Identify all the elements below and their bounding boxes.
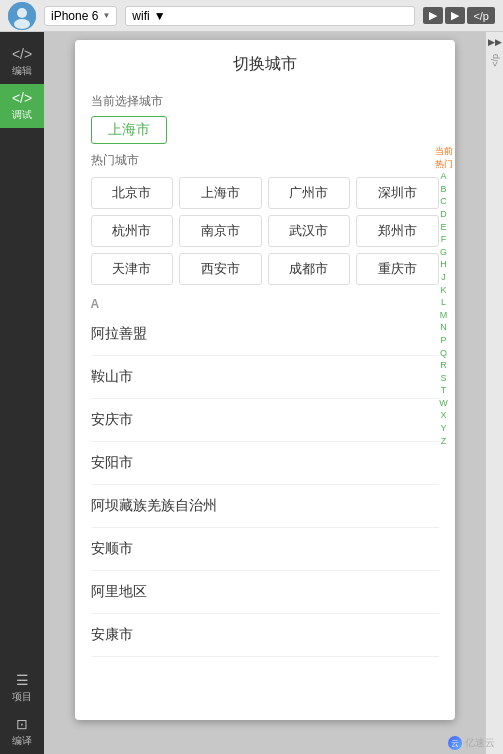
- alpha-index-item[interactable]: L: [441, 296, 446, 309]
- alpha-hot-label[interactable]: 热门: [435, 158, 453, 171]
- debug-icon: </>: [12, 90, 32, 106]
- alpha-index-item[interactable]: T: [441, 384, 447, 397]
- page-content[interactable]: 当前选择城市 上海市 热门城市 北京市上海市广州市深圳市杭州市南京市武汉市郑州市…: [75, 85, 455, 720]
- hot-city-button[interactable]: 杭州市: [91, 215, 174, 247]
- avatar: [8, 2, 36, 30]
- hot-city-button[interactable]: 武汉市: [268, 215, 351, 247]
- device-arrow-icon: ▼: [102, 11, 110, 20]
- device-label: iPhone 6: [51, 9, 98, 23]
- alpha-current-label[interactable]: 当前: [435, 145, 453, 158]
- right-panel-expand-icon[interactable]: ▶▶: [487, 36, 503, 48]
- city-list-item[interactable]: 阿里地区: [91, 571, 439, 614]
- alpha-index-item[interactable]: S: [440, 372, 446, 385]
- wifi-arrow-icon: ▼: [154, 9, 166, 23]
- project-icon: ☰: [12, 672, 32, 688]
- alpha-index: 当前 热门 ABCDEFGHJKLMNPQRSTWXYZ: [435, 145, 453, 447]
- alpha-index-item[interactable]: K: [440, 284, 446, 297]
- sidebar-label-compile: 编译: [12, 734, 32, 748]
- sidebar-label-editor: 编辑: [12, 64, 32, 78]
- hot-city-button[interactable]: 天津市: [91, 253, 174, 285]
- content-area: 切换城市 当前选择城市 上海市 热门城市 北京市上海市广州市深圳市杭州市南京市武…: [44, 32, 485, 754]
- alpha-index-item[interactable]: B: [440, 183, 446, 196]
- alpha-index-item[interactable]: N: [440, 321, 447, 334]
- phone-frame: 切换城市 当前选择城市 上海市 热门城市 北京市上海市广州市深圳市杭州市南京市武…: [75, 40, 455, 720]
- hot-cities-label: 热门城市: [91, 152, 139, 169]
- sidebar-item-project[interactable]: ☰ 项目: [0, 666, 44, 710]
- selected-city-button[interactable]: 上海市: [91, 116, 167, 144]
- hot-city-button[interactable]: 北京市: [91, 177, 174, 209]
- hot-section-header: 热门城市: [91, 152, 439, 169]
- alpha-index-item[interactable]: X: [440, 409, 446, 422]
- toolbar: iPhone 6 ▼ wifi ▼ ▶ ▶ </p: [0, 0, 503, 32]
- play-button[interactable]: ▶: [423, 7, 443, 24]
- right-panel-label: </p: [490, 54, 500, 67]
- alpha-index-item[interactable]: R: [440, 359, 447, 372]
- device-selector[interactable]: iPhone 6 ▼: [44, 6, 117, 26]
- hot-city-button[interactable]: 重庆市: [356, 253, 439, 285]
- hot-city-grid: 北京市上海市广州市深圳市杭州市南京市武汉市郑州市天津市西安市成都市重庆市: [91, 177, 439, 285]
- alpha-index-item[interactable]: J: [441, 271, 446, 284]
- main-layout: </> 编辑 </> 调试 ☰ 项目 ⊡ 编译 切换城市 当前选择城市 上海市: [0, 32, 503, 754]
- sidebar-item-debug[interactable]: </> 调试: [0, 84, 44, 128]
- tag-button[interactable]: </p: [467, 7, 495, 24]
- hot-city-button[interactable]: 南京市: [179, 215, 262, 247]
- wifi-label: wifi: [132, 9, 149, 23]
- city-list-item[interactable]: 安阳市: [91, 442, 439, 485]
- alpha-index-item[interactable]: Y: [440, 422, 446, 435]
- watermark-icon: 云: [448, 736, 462, 750]
- current-city-label: 当前选择城市: [91, 93, 439, 110]
- right-panel: ▶▶ </p: [485, 32, 503, 754]
- hot-city-button[interactable]: 广州市: [268, 177, 351, 209]
- step-button[interactable]: ▶: [445, 7, 465, 24]
- city-list-item[interactable]: 安康市: [91, 614, 439, 657]
- hot-city-button[interactable]: 上海市: [179, 177, 262, 209]
- city-list-item[interactable]: 安顺市: [91, 528, 439, 571]
- sidebar-item-compile[interactable]: ⊡ 编译: [0, 710, 44, 754]
- alpha-index-item[interactable]: E: [440, 221, 446, 234]
- alpha-index-item[interactable]: G: [440, 246, 447, 259]
- compile-icon: ⊡: [12, 716, 32, 732]
- hot-city-button[interactable]: 西安市: [179, 253, 262, 285]
- city-list-item[interactable]: 阿坝藏族羌族自治州: [91, 485, 439, 528]
- alpha-index-item[interactable]: H: [440, 258, 447, 271]
- alpha-index-item[interactable]: Z: [441, 435, 447, 448]
- wifi-selector[interactable]: wifi ▼: [125, 6, 415, 26]
- city-list-item[interactable]: 阿拉善盟: [91, 313, 439, 356]
- sidebar-label-debug: 调试: [12, 108, 32, 122]
- watermark: 云 亿速云: [448, 736, 495, 750]
- city-list-item[interactable]: 鞍山市: [91, 356, 439, 399]
- sidebar-label-project: 项目: [12, 690, 32, 704]
- alpha-index-item[interactable]: M: [440, 309, 448, 322]
- alpha-index-item[interactable]: W: [439, 397, 448, 410]
- hot-city-button[interactable]: 郑州市: [356, 215, 439, 247]
- left-sidebar: </> 编辑 </> 调试 ☰ 项目 ⊡ 编译: [0, 32, 44, 754]
- page-title: 切换城市: [75, 40, 455, 85]
- city-list-item[interactable]: 安庆市: [91, 399, 439, 442]
- alpha-index-item[interactable]: A: [440, 170, 446, 183]
- alpha-index-item[interactable]: D: [440, 208, 447, 221]
- alpha-index-item[interactable]: F: [441, 233, 447, 246]
- sidebar-item-editor[interactable]: </> 编辑: [0, 40, 44, 84]
- hot-city-button[interactable]: 成都市: [268, 253, 351, 285]
- svg-point-2: [14, 19, 30, 29]
- svg-point-1: [17, 8, 27, 18]
- alpha-index-item[interactable]: P: [440, 334, 446, 347]
- alpha-a-header: A: [91, 293, 439, 313]
- watermark-text: 亿速云: [465, 736, 495, 750]
- hot-city-button[interactable]: 深圳市: [356, 177, 439, 209]
- alpha-section: A 阿拉善盟鞍山市安庆市安阳市阿坝藏族羌族自治州安顺市阿里地区安康市: [91, 293, 439, 657]
- alpha-index-item[interactable]: C: [440, 195, 447, 208]
- alpha-index-item[interactable]: Q: [440, 347, 447, 360]
- toolbar-right-buttons: ▶ ▶ </p: [423, 7, 495, 24]
- editor-icon: </>: [12, 46, 32, 62]
